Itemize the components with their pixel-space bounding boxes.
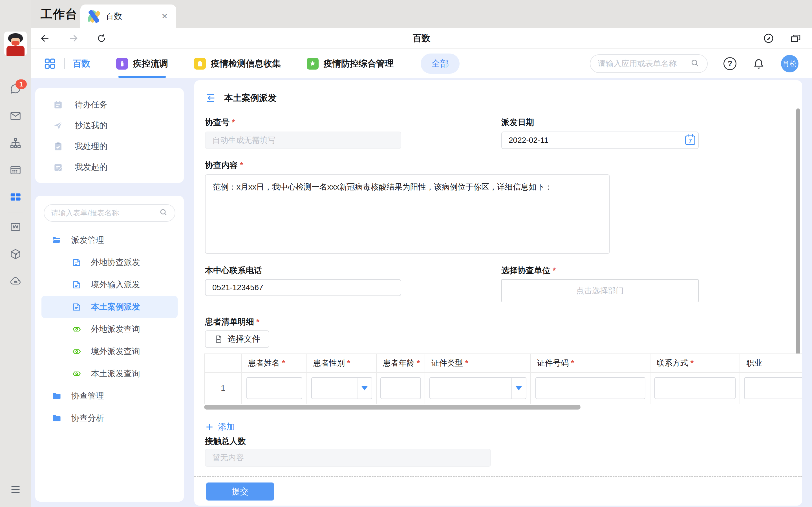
folder-open-icon <box>52 235 62 245</box>
chat-icon[interactable]: 1 <box>8 82 23 96</box>
tab-close-icon[interactable]: ✕ <box>160 11 169 22</box>
help-icon[interactable]: ? <box>723 57 737 70</box>
collapse-back-icon[interactable] <box>205 93 216 104</box>
plus-icon <box>205 422 214 432</box>
menu-item-processed[interactable]: 我处理的 <box>35 136 184 157</box>
divider <box>64 58 65 69</box>
patient-name-input[interactable] <box>246 377 302 399</box>
app-search-box[interactable] <box>590 54 708 73</box>
browser-toolbar: 百数 <box>31 28 812 49</box>
nav-home-baishu[interactable]: 百数 <box>73 58 90 69</box>
col-patient-age: 患者年龄* <box>377 354 425 373</box>
tree-folder-xiecha-analysis[interactable]: 协查分析 <box>42 407 177 429</box>
patient-table-header: 患者姓名* 患者性别* 患者年龄* 证件类型* 证件号码* 联系方式* 职业 <box>205 354 802 373</box>
tree-item-bentu-query[interactable]: 本土派发查询 <box>42 362 177 385</box>
report-eye-icon <box>72 325 82 334</box>
nav-all-pill[interactable]: 全部 <box>421 54 460 74</box>
menu-item-cc[interactable]: 抄送我的 <box>35 115 184 136</box>
tree-folder-dispatch-mgmt[interactable]: 派发管理 <box>42 229 177 251</box>
word-doc-icon[interactable] <box>8 220 23 234</box>
form-search-input[interactable] <box>51 209 159 217</box>
back-icon[interactable] <box>39 32 51 45</box>
patient-age-input[interactable] <box>380 377 421 399</box>
chat-badge: 1 <box>15 79 27 89</box>
footer-divider <box>194 476 802 477</box>
patient-table-row: 1 <box>205 373 802 404</box>
col-patient-name: 患者姓名* <box>242 354 307 373</box>
form-doc-icon <box>72 280 82 290</box>
tree-item-jingwai-query[interactable]: 境外派发查询 <box>42 340 177 362</box>
compass-icon[interactable] <box>762 32 775 45</box>
contact-total-label: 接触总人数 <box>205 436 246 447</box>
dispatch-date-value[interactable]: 2022-02-11 <box>502 132 682 149</box>
calendar-apps-icon[interactable] <box>8 163 23 177</box>
occupation-input[interactable] <box>744 377 802 399</box>
rail-menu-icon[interactable] <box>9 485 22 496</box>
col-contact: 联系方式* <box>651 354 740 373</box>
app-navbar: 百数 疾控流调 疫情检测信息收集 疫情防控综合管理 全部 <box>31 49 812 78</box>
tree-folder-xiecha-mgmt[interactable]: 协查管理 <box>42 385 177 407</box>
apps-grid-icon[interactable] <box>43 57 56 70</box>
unit-label: 选择协查单位* <box>501 265 556 276</box>
app-window: 1 <box>0 0 812 507</box>
search-icon <box>159 208 168 218</box>
id-type-select[interactable] <box>429 377 526 399</box>
dropdown-arrow-icon <box>361 386 368 390</box>
fangkong-app-icon <box>307 58 319 69</box>
window-area: 工作台 百数 ✕ 百数 <box>31 0 812 507</box>
refresh-icon[interactable] <box>95 32 108 45</box>
phone-label: 本中心联系电话 <box>205 265 262 276</box>
bell-icon[interactable] <box>752 57 765 70</box>
col-id-number: 证件号码* <box>531 354 651 373</box>
dispatch-date-field[interactable]: 2022-02-11 7 <box>501 131 699 149</box>
form-tree-panel: 派发管理 外地协查派发 境外输入派发 本土案例派发 外地派发查询 <box>35 196 184 502</box>
task-menu-panel: 待办任务 抄送我的 我处理的 我发起的 <box>35 88 184 183</box>
unit-selector[interactable]: 点击选择部门 <box>501 279 699 302</box>
menu-item-todo[interactable]: 待办任务 <box>35 94 184 115</box>
tab-baishu[interactable]: 百数 ✕ <box>80 4 176 28</box>
report-eye-icon <box>72 347 82 356</box>
tree-item-bentu-anli[interactable]: 本土案例派发 <box>42 296 177 318</box>
contact-input[interactable] <box>654 377 735 399</box>
id-number-input[interactable] <box>536 377 645 399</box>
user-avatar[interactable]: 肖松 <box>781 55 799 72</box>
case-no-field[interactable] <box>205 131 401 149</box>
dropdown-arrow-icon <box>516 386 522 390</box>
forward-icon[interactable] <box>67 32 80 45</box>
choose-file-button[interactable]: 选择文件 <box>205 330 269 348</box>
add-row-button[interactable]: 添加 <box>205 421 235 433</box>
patient-gender-select[interactable] <box>311 377 372 399</box>
contact-total-field[interactable] <box>205 449 491 467</box>
report-eye-icon <box>72 369 82 379</box>
nav-app-jiance[interactable]: 疫情检测信息收集 <box>194 49 281 78</box>
col-id-type: 证件类型* <box>425 354 531 373</box>
mail-icon[interactable] <box>8 109 23 123</box>
workbench-icon[interactable] <box>8 190 23 205</box>
jikong-app-icon <box>116 58 128 69</box>
tree-item-waidi-query[interactable]: 外地派发查询 <box>42 318 177 340</box>
submit-button[interactable]: 提交 <box>206 483 274 501</box>
form-search-box[interactable] <box>44 204 175 222</box>
cloud-call-icon[interactable] <box>8 274 23 288</box>
calendar-icon: 7 <box>685 135 695 145</box>
profile-avatar[interactable] <box>4 32 27 56</box>
workspace-title: 工作台 <box>41 6 78 22</box>
org-icon[interactable] <box>8 136 23 151</box>
content-textarea[interactable]: 范例：x月xx日，我中心检测一名xxx新冠病毒核酸结果为阳性，该病例位于你区，详… <box>205 174 610 254</box>
calendar-picker[interactable]: 7 <box>682 132 698 149</box>
menu-item-initiated[interactable]: 我发起的 <box>35 157 184 178</box>
phone-field[interactable] <box>205 279 401 296</box>
form-title: 本土案例派发 <box>224 92 276 104</box>
new-window-icon[interactable] <box>790 32 802 45</box>
cube-icon[interactable] <box>8 247 23 262</box>
tree-item-waidi-xiecha[interactable]: 外地协查派发 <box>42 251 177 274</box>
folder-icon <box>52 391 62 401</box>
tree-item-jingwai-shuru[interactable]: 境外输入派发 <box>42 274 177 296</box>
baishu-logo-icon <box>88 10 101 23</box>
tab-label: 百数 <box>106 11 160 22</box>
nav-app-fangkong[interactable]: 疫情防控综合管理 <box>307 49 394 78</box>
app-search-input[interactable] <box>598 59 690 68</box>
nav-app-jikong[interactable]: 疾控流调 <box>116 49 168 78</box>
send-plane-icon <box>53 120 63 131</box>
horizontal-scrollbar[interactable] <box>204 405 580 409</box>
